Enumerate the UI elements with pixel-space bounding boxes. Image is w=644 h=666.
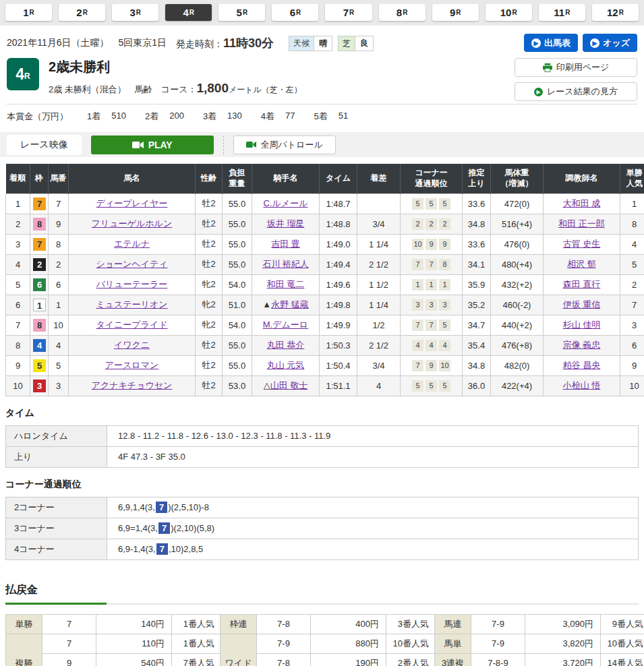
tansho-comb: 7 bbox=[42, 614, 96, 634]
course-distance: 1,800 bbox=[196, 81, 229, 95]
horse-name-link[interactable]: フリューゲルホルン bbox=[92, 218, 172, 229]
corner-position-box: 5 bbox=[426, 198, 437, 210]
corner-positions: 222 bbox=[412, 218, 450, 230]
race-tab[interactable]: 9R bbox=[432, 4, 479, 21]
win-favorite: 2 bbox=[620, 274, 644, 295]
margin: 1/2 bbox=[357, 315, 401, 335]
race-tab[interactable]: 2R bbox=[59, 4, 105, 21]
horse-name-link[interactable]: アースロマン bbox=[105, 360, 159, 370]
prize-amount: 130 bbox=[227, 111, 242, 123]
table-row: 3 7 8 エテルナ 牡2 55.0 吉田 豊 1:49.0 1 1/4 109… bbox=[6, 234, 644, 254]
tab-race-number: 2 bbox=[76, 7, 82, 18]
finish-time: 1:50.3 bbox=[320, 335, 357, 355]
race-tab[interactable]: 12R bbox=[592, 4, 639, 21]
corner-position-box: 9 bbox=[426, 360, 437, 371]
race-tab[interactable]: 8R bbox=[379, 4, 426, 21]
sex-age: 牡2 bbox=[196, 254, 223, 274]
patrol-video-button[interactable]: 全周パトロール bbox=[233, 135, 336, 154]
margin: 4 bbox=[357, 375, 401, 396]
tab-race-number: 9 bbox=[450, 7, 455, 18]
turf-condition-badge: 芝 良 bbox=[338, 36, 374, 51]
finish-position: 1 bbox=[6, 193, 30, 214]
race-number-badge: 4 R bbox=[7, 58, 39, 90]
trainer-link[interactable]: 伊坂 重信 bbox=[563, 299, 601, 309]
horse-name-link[interactable]: ミュステーリオン bbox=[96, 299, 167, 309]
race-tab[interactable]: 3R bbox=[112, 4, 158, 21]
race-number: 4 bbox=[16, 65, 24, 84]
jockey-link[interactable]: C.ルメール bbox=[264, 198, 308, 208]
trainer-link[interactable]: 大和田 成 bbox=[563, 198, 601, 208]
horse-name-link[interactable]: イワクニ bbox=[114, 340, 150, 350]
prize-rank: 1着 bbox=[87, 111, 100, 123]
corner-position-box: 5 bbox=[412, 198, 423, 210]
race-tab[interactable]: 7R bbox=[325, 4, 372, 21]
jockey-link[interactable]: M.デムーロ bbox=[263, 320, 308, 330]
table-row: 5 6 6 バリューテーラー 牝2 54.0 和田 竜二 1:49.6 1 1/… bbox=[6, 274, 644, 295]
trainer-link[interactable]: 杉山 佳明 bbox=[563, 320, 601, 330]
finish-time: 1:49.8 bbox=[320, 295, 357, 315]
corner-position-box: 7 bbox=[412, 320, 423, 331]
horse-name-link[interactable]: ショーンヘイティ bbox=[96, 259, 167, 269]
jockey-link[interactable]: 吉田 豊 bbox=[271, 239, 300, 249]
table-row: 1 7 7 ディープレイヤー 牡2 55.0 C.ルメール 1:48.7 555… bbox=[6, 193, 644, 214]
jockey-link[interactable]: 山田 敬士 bbox=[270, 380, 308, 390]
win-favorite: 4 bbox=[620, 234, 644, 254]
wide-comb: 7-8 bbox=[257, 653, 311, 666]
sex-age: 牝2 bbox=[196, 274, 223, 295]
finish-time: 1:49.0 bbox=[320, 234, 357, 254]
tab-race-suffix: R bbox=[349, 9, 354, 16]
trainer-link[interactable]: 宗像 義忠 bbox=[563, 340, 601, 350]
odds-button[interactable]: ▶ オッズ bbox=[583, 34, 637, 52]
play-video-button[interactable]: PLAY bbox=[91, 135, 214, 154]
umaren-comb: 7-9 bbox=[471, 614, 525, 634]
race-tab[interactable]: 6R bbox=[272, 4, 318, 21]
wakuren-popularity: 3番人気 bbox=[386, 614, 435, 634]
jockey-link[interactable]: 石川 裕紀人 bbox=[262, 259, 309, 269]
sex-age: 牡2 bbox=[196, 355, 223, 375]
corner-positions: 555 bbox=[412, 198, 450, 210]
table-row: 6 1 1 ミュステーリオン 牝2 51.0 ▲永野 猛蔵 1:49.8 1 1… bbox=[6, 295, 644, 315]
result-guide-button[interactable]: ▶ レース結果の見方 bbox=[515, 82, 637, 101]
prize-item: 3着 130 bbox=[203, 111, 242, 123]
horse-name-link[interactable]: バリューテーラー bbox=[96, 279, 168, 289]
margin: 2 1/2 bbox=[357, 335, 401, 355]
horse-name-link[interactable]: エテルナ bbox=[114, 239, 150, 249]
jockey-link[interactable]: 永野 猛蔵 bbox=[271, 299, 309, 309]
race-header: ▶ 出馬表 ▶ オッズ 印刷用ページ ▶ レース結果の見方 2021年11月6日… bbox=[0, 26, 644, 129]
result-guide-label: レース結果の見方 bbox=[547, 86, 618, 98]
race-tab[interactable]: 11R bbox=[539, 4, 585, 21]
trainer-link[interactable]: 粕谷 昌央 bbox=[563, 360, 601, 370]
wide-amount: 880円 bbox=[311, 634, 386, 653]
race-tab-bar: 1R 2R 3R 4R 5R 6R 7R 8R 9R 10R 11R 12R bbox=[0, 0, 644, 26]
race-tab[interactable]: 5R bbox=[218, 4, 265, 21]
jockey-link[interactable]: 丸田 恭介 bbox=[267, 340, 305, 350]
jockey-link[interactable]: 和田 竜二 bbox=[267, 279, 305, 289]
finish-position: 10 bbox=[6, 375, 30, 396]
trainer-link[interactable]: 相沢 郁 bbox=[567, 259, 596, 269]
entry-table-button[interactable]: ▶ 出馬表 bbox=[524, 34, 578, 52]
tab-race-suffix: R bbox=[296, 9, 301, 16]
tab-race-suffix: R bbox=[30, 9, 34, 16]
corner-position-box: 5 bbox=[439, 380, 450, 392]
race-tab[interactable]: 1R bbox=[5, 4, 52, 21]
trainer-link[interactable]: 森田 直行 bbox=[563, 279, 601, 289]
race-tab[interactable]: 4R bbox=[165, 4, 212, 21]
prize-rank: 5着 bbox=[314, 111, 328, 123]
horse-name-link[interactable]: タイニープライド bbox=[96, 320, 167, 330]
trainer-link[interactable]: 古賀 史生 bbox=[563, 239, 601, 249]
fukusho-popularity: 7番人気 bbox=[172, 653, 221, 666]
jockey-link[interactable]: 坂井 瑠星 bbox=[267, 218, 305, 229]
finish-time: 1:48.7 bbox=[320, 193, 357, 214]
horse-name-link[interactable]: ディープレイヤー bbox=[96, 198, 168, 208]
race-tab[interactable]: 10R bbox=[486, 4, 532, 21]
trainer-link[interactable]: 和田 正一郎 bbox=[558, 218, 605, 229]
jockey-link[interactable]: 丸山 元気 bbox=[267, 360, 305, 370]
horse-name-link[interactable]: アクナキチョウセン bbox=[92, 380, 173, 390]
apprentice-mark: ▲ bbox=[262, 299, 271, 309]
corner-position-box: 7 bbox=[412, 259, 423, 270]
payout-title: 払戻金 bbox=[5, 583, 639, 597]
corner-position-box: 3 bbox=[439, 299, 450, 311]
trainer-link[interactable]: 小桧山 悟 bbox=[563, 380, 601, 390]
print-page-button[interactable]: 印刷用ページ bbox=[515, 58, 637, 77]
play-label: PLAY bbox=[148, 140, 173, 150]
